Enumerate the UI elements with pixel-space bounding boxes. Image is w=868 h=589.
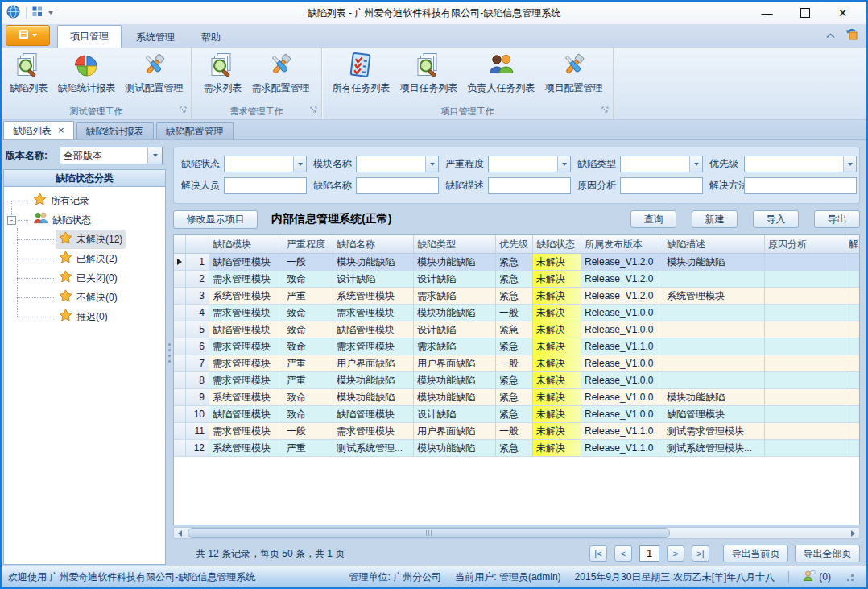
table-row[interactable]: 10缺陷管理模块致命缺陷管理模块设计缺陷紧急未解决Release_V1.0.0缺… — [174, 406, 859, 423]
tree-item[interactable]: 已解决(2) — [4, 249, 165, 268]
column-header[interactable]: 缺陷模块 — [209, 235, 283, 253]
row-indicator-cell — [174, 389, 186, 406]
export-button[interactable]: 导出 — [814, 210, 860, 228]
pie-chart-icon — [73, 52, 100, 79]
column-header[interactable]: 原因分析 — [765, 235, 845, 253]
ribbon-button[interactable]: 测试配置管理 — [121, 51, 188, 97]
table-row[interactable]: 12系统管理模块严重测试系统管理...模块功能缺陷紧急未解决Release_V1… — [174, 440, 859, 457]
tree-item[interactable]: 推迟(0) — [4, 307, 165, 326]
table-row[interactable]: 2需求管理模块致命设计缺陷设计缺陷紧急未解决Release_V1.2.0 — [174, 271, 859, 288]
chevron-down-icon[interactable] — [689, 156, 702, 172]
filter-input[interactable] — [356, 177, 439, 194]
document-tab[interactable]: 缺陷列表× — [3, 121, 74, 139]
ribbon-tab[interactable]: 帮助 — [189, 27, 233, 48]
export-current-page-button[interactable]: 导出当前页 — [723, 545, 788, 562]
ribbon-tab[interactable]: 系统管理 — [124, 27, 187, 48]
ribbon-button[interactable]: 负责人任务列表 — [463, 51, 540, 97]
last-page-button[interactable]: >| — [692, 545, 709, 562]
chevron-down-icon[interactable] — [147, 147, 162, 164]
table-row[interactable]: 3系统管理模块严重系统管理模块需求缺陷紧急未解决Release_V1.2.0系统… — [174, 288, 859, 305]
chevron-down-icon[interactable] — [425, 156, 438, 172]
version-combo[interactable]: 全部版本 — [60, 147, 163, 164]
table-row[interactable]: 1缺陷管理模块一般模块功能缺陷模块功能缺陷紧急未解决Release_V1.2.0… — [174, 254, 859, 271]
collapse-ribbon-icon[interactable] — [826, 30, 835, 41]
column-header[interactable]: 优先级 — [496, 235, 533, 253]
ribbon-button-label: 缺陷统计报表 — [58, 81, 116, 95]
table-cell: 严重 — [283, 372, 333, 389]
ribbon-button[interactable]: 项目配置管理 — [540, 51, 608, 97]
column-header[interactable]: 所属发布版本 — [581, 235, 663, 253]
column-header[interactable]: 缺陷状态 — [533, 235, 581, 253]
splitter-handle[interactable] — [167, 343, 172, 363]
filter-combo[interactable] — [224, 156, 307, 172]
table-row[interactable]: 6需求管理模块致命需求管理模块需求缺陷紧急未解决Release_V1.1.0 — [174, 338, 859, 355]
new-button[interactable]: 新建 — [692, 210, 738, 228]
column-header[interactable]: 缺陷名称 — [333, 235, 414, 253]
scroll-left-icon[interactable] — [174, 528, 186, 538]
import-button[interactable]: 导入 — [753, 210, 799, 228]
filter-field: 缺陷类型 — [577, 156, 703, 172]
filter-combo[interactable] — [620, 156, 703, 172]
ribbon-button[interactable]: 需求列表 — [199, 51, 247, 97]
export-all-pages-button[interactable]: 导出全部页 — [795, 545, 860, 562]
close-button[interactable]: ✕ — [824, 2, 862, 24]
scroll-right-icon[interactable] — [847, 528, 859, 538]
table-cell: 致命 — [283, 406, 333, 423]
close-icon[interactable]: × — [58, 127, 64, 135]
document-tab[interactable]: 缺陷配置管理 — [156, 122, 234, 139]
scrollbar-track[interactable] — [186, 528, 847, 538]
scrollbar-thumb[interactable] — [188, 528, 670, 538]
prev-page-button[interactable]: < — [614, 545, 632, 562]
ribbon-button[interactable]: 需求配置管理 — [247, 51, 315, 97]
chevron-down-icon[interactable] — [843, 156, 856, 172]
table-row[interactable]: 11需求管理模块一般需求管理模块用户界面缺陷一般未解决Release_V1.1.… — [174, 423, 859, 440]
application-menu-button[interactable] — [6, 25, 50, 46]
dialog-launcher-icon[interactable] — [309, 106, 318, 116]
chevron-down-icon[interactable] — [48, 11, 53, 15]
first-page-button[interactable]: |< — [589, 545, 607, 562]
tree-item[interactable]: -缺陷状态 — [4, 210, 165, 230]
column-header[interactable]: 缺陷类型 — [414, 235, 496, 253]
tree-item[interactable]: 已关闭(0) — [4, 268, 165, 288]
ribbon-button[interactable]: 缺陷统计报表 — [53, 51, 121, 97]
ribbon-button[interactable]: 缺陷列表 — [5, 51, 53, 97]
filter-input[interactable] — [224, 177, 307, 194]
filter-combo[interactable] — [488, 156, 571, 172]
column-header[interactable]: 缺陷描述 — [663, 235, 765, 253]
filter-combo[interactable] — [356, 156, 439, 172]
tree-item[interactable]: 不解决(0) — [4, 288, 165, 307]
maximize-button[interactable] — [786, 2, 824, 24]
query-button[interactable]: 查询 — [630, 210, 676, 228]
column-header[interactable]: 严重程度 — [283, 235, 333, 253]
ribbon-button[interactable]: 所有任务列表 — [328, 51, 395, 97]
filter-input[interactable] — [744, 177, 857, 194]
tree-item[interactable]: 未解决(12) — [4, 230, 165, 249]
chevron-down-icon[interactable] — [557, 156, 570, 172]
filter-combo[interactable] — [744, 156, 857, 172]
ribbon-button[interactable]: 项目任务列表 — [395, 51, 463, 97]
message-indicator[interactable]: (0) — [803, 570, 831, 584]
minimize-button[interactable]: — — [748, 2, 786, 24]
dialog-launcher-icon[interactable] — [179, 106, 188, 116]
table-row[interactable]: 8需求管理模块严重模块功能缺陷模块功能缺陷紧急未解决Release_V1.0.0 — [174, 372, 859, 389]
page-number-input[interactable] — [639, 545, 659, 562]
ribbon-tab[interactable]: 项目管理 — [57, 25, 122, 48]
horizontal-scrollbar[interactable] — [173, 527, 860, 539]
table-row[interactable]: 7需求管理模块严重用户界面缺陷用户界面缺陷一般未解决Release_V1.0.0 — [174, 355, 859, 372]
about-icon[interactable] — [845, 27, 858, 44]
table-row[interactable]: 4需求管理模块致命需求管理模块模块功能缺陷一般未解决Release_V1.0.0 — [174, 305, 859, 321]
chevron-down-icon[interactable] — [293, 156, 306, 172]
tree-item[interactable]: 所有记录 — [4, 191, 165, 210]
filter-input[interactable] — [488, 177, 571, 194]
table-row[interactable]: 9系统管理模块致命模块功能缺陷模块功能缺陷紧急未解决Release_V1.0.0… — [174, 389, 859, 406]
modify-display-items-button[interactable]: 修改显示项目 — [173, 210, 258, 229]
tree-collapse-toggle[interactable]: - — [7, 216, 16, 225]
next-page-button[interactable]: > — [667, 545, 684, 562]
document-tab[interactable]: 缺陷统计报表 — [76, 122, 154, 139]
filter-input[interactable] — [620, 177, 703, 194]
dialog-launcher-icon[interactable] — [601, 106, 610, 116]
resize-grip[interactable] — [845, 572, 854, 582]
quick-access-icon[interactable] — [32, 6, 43, 19]
table-row[interactable]: 5缺陷管理模块致命缺陷管理模块设计缺陷紧急未解决Release_V1.0.0 — [174, 321, 859, 338]
column-header[interactable]: 解决方法 — [845, 235, 859, 253]
